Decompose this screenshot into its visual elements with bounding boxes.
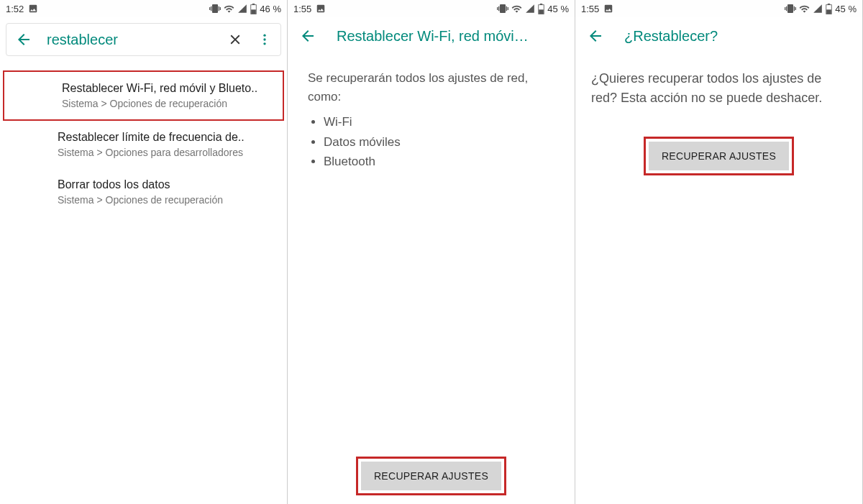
footer: RECUPERAR AJUSTES	[288, 457, 575, 495]
button-row: RECUPERAR AJUSTES	[591, 137, 846, 175]
gallery-icon	[316, 4, 326, 14]
svg-point-4	[263, 38, 265, 40]
svg-rect-11	[827, 9, 832, 14]
header: ¿Restablecer?	[575, 17, 862, 55]
svg-point-5	[263, 42, 265, 45]
recover-settings-button[interactable]: RECUPERAR AJUSTES	[361, 462, 501, 490]
battery-icon	[826, 4, 832, 14]
status-time: 1:52	[6, 4, 24, 14]
wifi-icon	[799, 4, 810, 14]
svg-rect-7	[540, 4, 542, 5]
bullet-list: Wi-Fi Datos móviles Bluetooth	[308, 113, 554, 171]
signal-icon	[525, 4, 535, 14]
search-results: Restablecer Wi-Fi, red móvil y Blueto.. …	[0, 62, 287, 224]
bullet-mobile-data: Datos móviles	[324, 133, 554, 152]
battery-icon	[250, 4, 257, 14]
result-title: Borrar todos los datos	[58, 178, 274, 191]
svg-rect-2	[252, 9, 257, 14]
clear-icon[interactable]	[227, 32, 243, 47]
header: Restablecer Wi-Fi, red móvi…	[288, 17, 575, 55]
button-highlight: RECUPERAR AJUSTES	[356, 457, 506, 495]
result-item-reset-network[interactable]: Restablecer Wi-Fi, red móvil y Blueto.. …	[3, 70, 284, 121]
bullet-wifi: Wi-Fi	[324, 113, 554, 132]
svg-rect-1	[252, 4, 255, 5]
screen-search: 1:52 46 % restablecer	[0, 0, 288, 504]
status-bar: 1:55 45 %	[575, 0, 862, 17]
signal-icon	[237, 4, 247, 14]
more-icon[interactable]	[257, 32, 272, 47]
result-title: Restablecer Wi-Fi, red móvil y Blueto..	[62, 82, 270, 95]
signal-icon	[813, 4, 823, 14]
gallery-icon	[603, 4, 613, 14]
result-title: Restablecer límite de frecuencia de..	[58, 131, 274, 144]
bullet-bluetooth: Bluetooth	[324, 152, 554, 171]
wifi-icon	[511, 4, 522, 14]
recover-settings-button[interactable]: RECUPERAR AJUSTES	[649, 142, 789, 170]
content: ¿Quieres recuperar todos los ajustes de …	[575, 55, 862, 190]
status-time: 1:55	[581, 4, 599, 14]
content: Se recuperarán todos los ajustes de red,…	[288, 55, 575, 187]
intro-text: Se recuperarán todos los ajustes de red,…	[308, 69, 554, 106]
result-item-erase-data[interactable]: Borrar todos los datos Sistema > Opcione…	[0, 168, 287, 216]
vibrate-icon	[785, 3, 796, 14]
screen-reset-detail: 1:55 45 % Restablecer Wi-Fi, red móv	[288, 0, 575, 504]
page-title: Restablecer Wi-Fi, red móvi…	[337, 28, 529, 45]
status-battery: 45 %	[547, 4, 569, 14]
button-highlight: RECUPERAR AJUSTES	[644, 137, 794, 175]
result-path: Sistema > Opciones para desarrolladores	[58, 147, 274, 158]
status-bar: 1:52 46 %	[0, 0, 287, 17]
status-bar: 1:55 45 %	[288, 0, 575, 17]
back-icon[interactable]	[587, 27, 604, 45]
vibrate-icon	[497, 3, 508, 14]
result-path: Sistema > Opciones de recuperación	[62, 98, 270, 109]
page-title: ¿Restablecer?	[624, 28, 718, 45]
search-bar[interactable]: restablecer	[6, 23, 281, 56]
back-icon[interactable]	[15, 31, 32, 48]
svg-point-3	[263, 35, 265, 37]
svg-rect-10	[828, 4, 830, 5]
status-battery: 46 %	[260, 4, 281, 14]
status-time: 1:55	[293, 4, 311, 14]
vibrate-icon	[209, 3, 221, 14]
status-battery: 45 %	[835, 4, 857, 14]
search-input[interactable]: restablecer	[47, 32, 213, 48]
result-item-reset-limit[interactable]: Restablecer límite de frecuencia de.. Si…	[0, 121, 287, 168]
gallery-icon	[28, 4, 38, 14]
battery-icon	[538, 4, 544, 14]
confirm-text: ¿Quieres recuperar todos los ajustes de …	[591, 69, 846, 108]
svg-rect-8	[539, 9, 544, 14]
screen-confirm: 1:55 45 % ¿Restablecer? ¿	[575, 0, 863, 504]
back-icon[interactable]	[299, 27, 316, 45]
result-path: Sistema > Opciones de recuperación	[58, 194, 274, 206]
wifi-icon	[224, 4, 234, 14]
